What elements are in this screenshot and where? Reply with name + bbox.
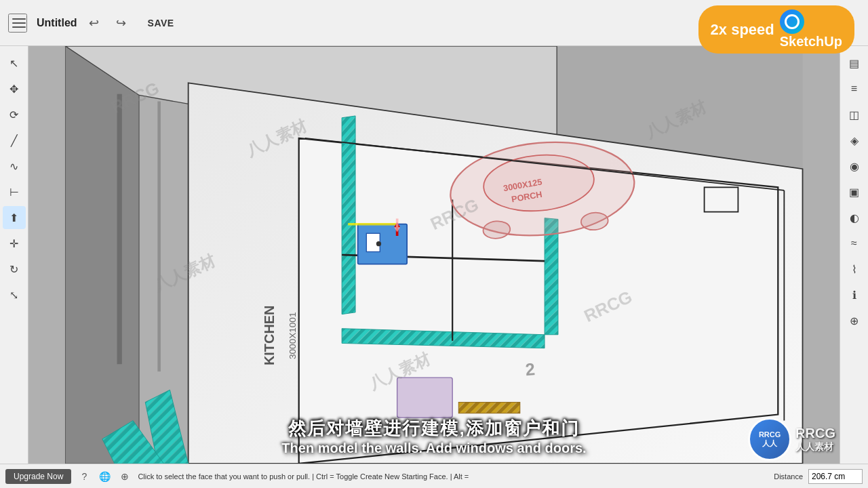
status-text: Click to select the face that you want t…: [138, 472, 768, 481]
cursor-icon[interactable]: ⊕: [117, 469, 132, 484]
rotate-tool[interactable]: ↻: [3, 258, 26, 281]
scale-tool[interactable]: ⤡: [3, 283, 26, 306]
save-button[interactable]: SAVE: [138, 14, 184, 33]
pan-tool[interactable]: ✥: [3, 77, 26, 100]
move-tool[interactable]: ✛: [3, 232, 26, 255]
canvas-area[interactable]: 3000X125 PORCH KITCHEN 3000X1001 2 RRCG …: [28, 46, 840, 464]
undo-button[interactable]: ↩: [84, 13, 104, 33]
svg-rect-38: [157, 102, 161, 372]
document-title: Untitled: [37, 17, 77, 29]
svg-rect-10: [342, 116, 355, 314]
sketchup-logo: SketchUp: [780, 9, 842, 49]
entity-info-button[interactable]: ℹ: [843, 283, 866, 306]
svg-rect-30: [397, 378, 453, 418]
select-tool[interactable]: ↖: [3, 52, 26, 75]
materials-button[interactable]: ◈: [843, 129, 866, 152]
sketchup-label: SketchUp: [780, 34, 842, 49]
globe-icon[interactable]: 🌐: [97, 469, 112, 484]
orbit-tool[interactable]: ⟳: [3, 103, 26, 126]
curve-tool[interactable]: ∿: [3, 155, 26, 178]
rrcg-badge: RRCG 人人 RRCG 人人素材: [748, 418, 835, 461]
svg-marker-12: [545, 218, 558, 335]
help-icon[interactable]: ?: [77, 469, 92, 484]
rrcg-main-label: RRCG: [795, 426, 835, 441]
left-toolbar: ↖ ✥ ⟳ ╱ ∿ ⊢ ⬆ ✛ ↻ ⤡: [0, 46, 28, 464]
fog-button[interactable]: ≈: [843, 232, 866, 255]
measure-tool[interactable]: ⊢: [3, 180, 26, 203]
shadows-button[interactable]: ◐: [843, 206, 866, 229]
svg-text:3000X1001: 3000X1001: [288, 312, 298, 359]
floor-plan-svg: 3000X125 PORCH KITCHEN 3000X1001 2 RRCG …: [28, 46, 840, 464]
svg-rect-17: [358, 224, 407, 264]
layers-button[interactable]: ≡: [843, 77, 866, 100]
rrcg-sub-label: 人人素材: [795, 441, 835, 453]
right-toolbar: ▤ ≡ ◫ ◈ ◉ ▣ ◐ ≈ ⌇ ℹ ⊕: [840, 46, 868, 464]
hamburger-menu-button[interactable]: [8, 14, 27, 33]
line-tool[interactable]: ╱: [3, 129, 26, 152]
rrcg-inner-text: RRCG 人人: [759, 430, 781, 448]
distance-input[interactable]: [808, 469, 863, 484]
bottom-bar: Upgrade Now ? 🌐 ⊕ Click to select the fa…: [0, 464, 868, 488]
svg-text:KITCHEN: KITCHEN: [262, 306, 277, 365]
measurements-button[interactable]: ⊕: [843, 309, 866, 332]
speed-text: 2x speed: [711, 21, 774, 39]
distance-label: Distance: [774, 472, 803, 481]
svg-rect-29: [458, 402, 520, 413]
svg-rect-37: [117, 94, 122, 365]
upgrade-now-button[interactable]: Upgrade Now: [5, 469, 71, 484]
scenes-button[interactable]: ▣: [843, 180, 866, 203]
redo-button[interactable]: ↪: [111, 13, 132, 33]
styles-button[interactable]: ◉: [843, 155, 866, 178]
sketchup-logo-circle: [780, 9, 804, 34]
soften-edges-button[interactable]: ⌇: [843, 258, 866, 281]
default-tray-button[interactable]: ▤: [843, 52, 866, 75]
push-pull-tool[interactable]: ⬆: [3, 206, 26, 229]
svg-text:2: 2: [525, 359, 536, 379]
rrcg-logo-circle: RRCG 人人: [748, 418, 791, 461]
rrcg-text-block: RRCG 人人素材: [795, 426, 835, 453]
speed-badge: 2x speed SketchUp: [698, 5, 854, 54]
components-button[interactable]: ◫: [843, 103, 866, 126]
svg-point-19: [376, 241, 381, 246]
